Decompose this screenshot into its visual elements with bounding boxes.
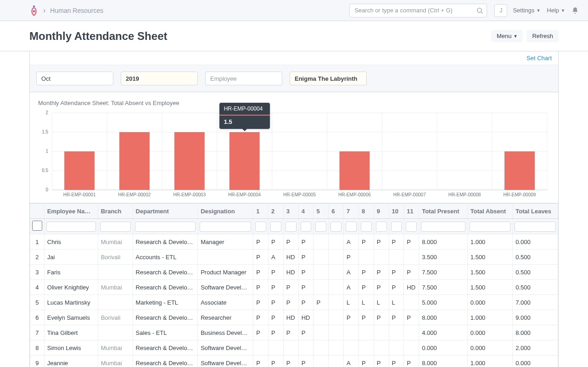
column-filter-input[interactable]	[315, 222, 326, 232]
cell-day: P	[344, 250, 359, 265]
cell-employee-name: Tina Gilbert	[44, 325, 98, 340]
refresh-button[interactable]: Refresh	[526, 30, 559, 42]
table-column-header[interactable]: Designation	[198, 204, 253, 219]
table-row[interactable]: 2JaiBorivaliAccounts - ETLPAHDPP3.5001.5…	[30, 250, 558, 265]
menu-button[interactable]: Menu ▼	[491, 30, 523, 42]
table-row[interactable]: 6Evelyn SamuelsBorivaliResearch & Develo…	[30, 310, 558, 325]
select-all-checkbox[interactable]	[32, 221, 42, 231]
table-column-header[interactable]: Total Present	[419, 204, 468, 219]
column-filter-input[interactable]	[135, 222, 196, 232]
column-filter-input[interactable]	[270, 222, 281, 232]
column-filter-input[interactable]	[255, 222, 266, 232]
table-column-header[interactable]: 11	[404, 204, 419, 219]
data-grid: Employee Na…BranchDepartmentDesignation1…	[30, 203, 558, 367]
table-row[interactable]: 8Simon LewisMumbaiResearch & Develop…Sof…	[30, 340, 558, 356]
help-menu[interactable]: Help ▼	[547, 7, 565, 14]
settings-menu[interactable]: Settings ▼	[513, 7, 540, 14]
table-column-header[interactable]: Total Leaves	[513, 204, 558, 219]
column-filter-input[interactable]	[100, 222, 131, 232]
table-row[interactable]: 9JeannieMumbaiResearch & Develop…Softwar…	[30, 356, 558, 367]
table-column-header[interactable]: 5	[314, 204, 329, 219]
cell-day	[329, 280, 344, 295]
bell-icon[interactable]	[571, 7, 579, 14]
column-filter-input[interactable]	[46, 222, 96, 232]
breadcrumb[interactable]: Human Resources	[50, 7, 103, 14]
table-row[interactable]: 7Tina GilbertSales - ETLBusiness Develo……	[30, 325, 558, 340]
cell-day	[314, 356, 329, 367]
avatar[interactable]: J	[494, 4, 507, 17]
chart-svg[interactable]: 00.511.52HR-EMP-00001HR-EMP-00002HR-EMP-…	[38, 110, 550, 201]
table-filter-row	[30, 219, 558, 234]
chart-bar[interactable]	[64, 151, 95, 190]
cell-day: P	[298, 295, 314, 310]
column-filter-input[interactable]	[346, 222, 357, 232]
search-input[interactable]	[349, 4, 487, 17]
table-row[interactable]: 3FarisResearch & Develop…Product Manager…	[30, 265, 558, 280]
column-filter-input[interactable]	[286, 222, 297, 232]
table-column-header[interactable]: 1	[253, 204, 269, 219]
column-filter-input[interactable]	[406, 222, 417, 232]
cell-total-present: 8.000	[419, 356, 468, 367]
table-row[interactable]: 5Lucas MartinskyMarketing - ETLAssociate…	[30, 295, 558, 310]
cell-day	[283, 340, 298, 356]
cell-day: P	[389, 356, 404, 367]
cell-total-leaves: 2.000	[513, 340, 558, 356]
cell-branch: Mumbai	[98, 340, 133, 356]
table-column-header[interactable]: 8	[358, 204, 374, 219]
column-filter-input[interactable]	[376, 222, 387, 232]
filter-year[interactable]: 2019	[121, 72, 198, 85]
table-column-header[interactable]: Branch	[98, 204, 133, 219]
app-logo[interactable]	[29, 4, 39, 17]
table-column-header[interactable]: Employee Na…	[44, 204, 98, 219]
cell-day: L	[344, 295, 359, 310]
cell-day: P	[404, 265, 419, 280]
cell-day: P	[298, 234, 314, 250]
cell-department: Research & Develop…	[133, 234, 198, 250]
table-column-header[interactable]: 2	[269, 204, 284, 219]
cell-day	[314, 265, 329, 280]
table-column-header[interactable]: 10	[389, 204, 404, 219]
cell-day	[404, 340, 419, 356]
table-column-header[interactable]: Total Absent	[467, 204, 512, 219]
filter-company[interactable]: Enigma The Labyrinth	[290, 72, 367, 85]
cell-day	[329, 234, 344, 250]
cell-day: P	[253, 325, 269, 340]
column-filter-input[interactable]	[391, 222, 402, 232]
set-chart-row: Set Chart	[30, 51, 558, 65]
table-row[interactable]: 1ChrisMumbaiResearch & Develop…ManagerPP…	[30, 234, 558, 250]
svg-point-2	[477, 8, 482, 12]
filter-month[interactable]: Oct	[36, 72, 113, 85]
column-filter-input[interactable]	[330, 222, 342, 232]
navbar: › Human Resources J Settings ▼ Help ▼	[0, 0, 588, 21]
chart-bar[interactable]	[339, 151, 370, 190]
cell-day	[314, 234, 329, 250]
table-column-header[interactable]: 3	[283, 204, 298, 219]
column-filter-input[interactable]	[361, 222, 372, 232]
table-column-header[interactable]: 7	[344, 204, 359, 219]
row-index: 8	[30, 340, 45, 356]
caret-down-icon: ▼	[561, 8, 565, 13]
table-column-header[interactable]: 9	[374, 204, 389, 219]
column-filter-input[interactable]	[200, 222, 251, 232]
chart-bar[interactable]	[174, 132, 205, 190]
chart-bar[interactable]	[230, 132, 260, 190]
cell-day: P	[358, 265, 374, 280]
column-filter-input[interactable]	[470, 222, 510, 232]
column-filter-input[interactable]	[421, 222, 465, 232]
cell-total-present: 7.500	[419, 265, 468, 280]
table-column-header[interactable]: 6	[329, 204, 344, 219]
cell-day: HD	[283, 265, 298, 280]
chart-bar[interactable]	[504, 151, 535, 190]
chart-bar[interactable]	[119, 132, 150, 190]
table-row[interactable]: 4Oliver KnightleyMumbaiResearch & Develo…	[30, 280, 558, 295]
table-column-header[interactable]: Department	[133, 204, 198, 219]
set-chart-link[interactable]: Set Chart	[526, 55, 552, 61]
cell-branch: Mumbai	[98, 234, 133, 250]
cell-total-leaves: 9.000	[513, 310, 558, 325]
column-filter-input[interactable]	[515, 222, 556, 232]
row-index: 5	[30, 295, 45, 310]
column-filter-input[interactable]	[301, 222, 312, 232]
filter-employee[interactable]: Employee	[205, 72, 282, 85]
table-scroll[interactable]: Employee Na…BranchDepartmentDesignation1…	[30, 203, 558, 367]
table-column-header[interactable]: 4	[298, 204, 314, 219]
